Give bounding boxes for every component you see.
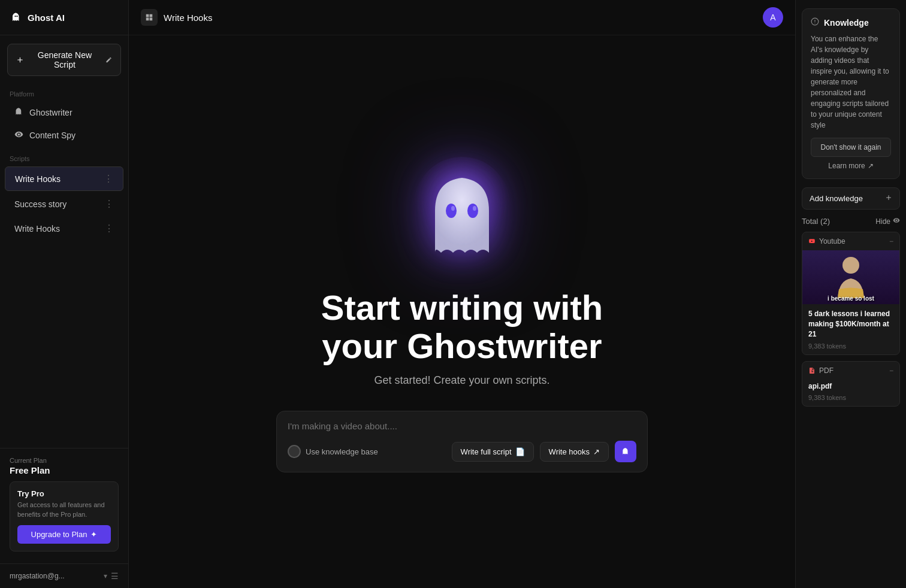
ghost-icon bbox=[10, 11, 23, 24]
hook-icon: ↗ bbox=[593, 447, 600, 456]
topbar-title: Write Hooks bbox=[164, 13, 212, 23]
layout-icon bbox=[141, 9, 158, 26]
plan-name: Free Plan bbox=[10, 465, 119, 475]
current-plan-label: Current Plan bbox=[10, 457, 119, 464]
upgrade-to-plan-button[interactable]: Upgrade to Plan ✦ bbox=[17, 525, 111, 544]
avatar-button[interactable]: A bbox=[763, 7, 783, 28]
generate-new-script-button[interactable]: Generate New Script bbox=[7, 44, 121, 76]
learn-more-button[interactable]: Learn more ↗ bbox=[811, 162, 891, 170]
sidebar: Ghost AI Generate New Script Platform Gh… bbox=[0, 0, 129, 588]
input-actions: Use knowledge base Write full script 📄 W… bbox=[288, 441, 636, 462]
script-options-icon[interactable]: ⋮ bbox=[102, 197, 116, 211]
knowledge-header-row: Total (2) Hide bbox=[802, 217, 900, 226]
sidebar-header: Ghost AI bbox=[0, 0, 128, 35]
avatar-initial: A bbox=[770, 13, 775, 22]
try-pro-box: Try Pro Get access to all features and b… bbox=[10, 481, 119, 551]
sparkle-icon: ✦ bbox=[90, 530, 97, 539]
svg-point-6 bbox=[842, 257, 859, 274]
plan-section: Current Plan Free Plan Try Pro Get acces… bbox=[0, 448, 128, 563]
hero-title: Start writing with your Ghostwriter bbox=[321, 289, 603, 365]
input-area: Use knowledge base Write full script 📄 W… bbox=[276, 411, 648, 472]
eye-icon bbox=[893, 217, 900, 226]
knowledge-toggle-switch[interactable] bbox=[288, 445, 301, 458]
hero-subtitle: Get started! Create your own scripts. bbox=[374, 374, 549, 387]
ghostwriter-label: Ghostwriter bbox=[29, 108, 73, 117]
knowledge-popup-title: Knowledge bbox=[824, 18, 869, 28]
topbar: Write Hooks A bbox=[129, 0, 795, 35]
pdf-item-header: PDF − bbox=[802, 362, 899, 380]
script-label: Success story bbox=[14, 199, 67, 209]
pdf-tokens: 9,383 tokens bbox=[802, 393, 899, 406]
right-panel: Knowledge You can enhance the AI's knowl… bbox=[795, 0, 906, 588]
pdf-label: PDF bbox=[819, 366, 833, 375]
script-label: Write Hooks bbox=[14, 224, 60, 234]
knowledge-popup-description: You can enhance the AI's knowledge by ad… bbox=[811, 34, 891, 131]
sidebar-bottom: Current Plan Free Plan Try Pro Get acces… bbox=[0, 448, 128, 588]
total-label: Total (2) bbox=[802, 217, 830, 226]
spy-nav-icon bbox=[14, 130, 23, 141]
write-full-script-button[interactable]: Write full script 📄 bbox=[452, 442, 534, 462]
add-knowledge-button[interactable]: Add knowledge bbox=[802, 187, 900, 210]
main-content: Write Hooks A bbox=[129, 0, 795, 588]
send-button[interactable] bbox=[615, 441, 636, 462]
user-row[interactable]: mrgastation@g... ▾ ☰ bbox=[0, 563, 128, 588]
app-name: Ghost AI bbox=[28, 13, 65, 23]
hide-button[interactable]: Hide bbox=[875, 217, 900, 226]
svg-point-1 bbox=[446, 204, 457, 218]
knowledge-toggle: Use knowledge base bbox=[288, 445, 378, 458]
youtube-label: Youtube bbox=[819, 237, 845, 245]
knowledge-toggle-label: Use knowledge base bbox=[306, 447, 378, 456]
script-item-write-hooks-2[interactable]: Write Hooks ⋮ bbox=[5, 217, 123, 240]
info-icon bbox=[811, 17, 819, 28]
user-actions: ▾ ☰ bbox=[104, 571, 119, 581]
knowledge-item-youtube: Youtube − i became so lost bbox=[802, 232, 900, 355]
pdf-icon bbox=[808, 367, 816, 374]
try-pro-title: Try Pro bbox=[17, 489, 111, 498]
user-email: mrgastation@g... bbox=[10, 572, 65, 580]
youtube-type: Youtube bbox=[808, 237, 845, 245]
script-item-write-hooks-active[interactable]: Write Hooks ⋮ bbox=[5, 166, 123, 191]
svg-point-3 bbox=[451, 206, 455, 211]
script-label: Write Hooks bbox=[15, 174, 61, 184]
svg-point-2 bbox=[467, 204, 478, 218]
menu-icon[interactable]: ☰ bbox=[111, 571, 119, 581]
knowledge-section: Add knowledge Total (2) Hide Youtube − bbox=[796, 187, 906, 413]
chevron-down-icon[interactable]: ▾ bbox=[104, 572, 107, 580]
pdf-type: PDF bbox=[808, 366, 833, 375]
try-pro-desc: Get access to all features and benefits … bbox=[17, 501, 111, 519]
dont-show-again-button[interactable]: Don't show it again bbox=[811, 138, 891, 157]
thumb-overlay-text: i became so lost bbox=[828, 295, 874, 302]
video-topic-input[interactable] bbox=[288, 421, 636, 431]
knowledge-item-pdf: PDF − api.pdf 9,383 tokens bbox=[802, 361, 900, 407]
add-icon bbox=[885, 194, 892, 203]
youtube-item-collapse[interactable]: − bbox=[889, 237, 893, 245]
knowledge-popup-header: Knowledge bbox=[811, 17, 891, 28]
script-item-success-story[interactable]: Success story ⋮ bbox=[5, 192, 123, 216]
document-icon: 📄 bbox=[515, 447, 525, 456]
youtube-thumbnail: i became so lost bbox=[802, 250, 899, 304]
script-options-icon[interactable]: ⋮ bbox=[102, 222, 116, 235]
write-hooks-button[interactable]: Write hooks ↗ bbox=[540, 442, 609, 462]
scripts-label: Scripts bbox=[0, 147, 128, 166]
knowledge-popup: Knowledge You can enhance the AI's knowl… bbox=[802, 8, 900, 179]
content-spy-label: Content Spy bbox=[29, 131, 76, 140]
thumb-person: i became so lost bbox=[802, 250, 899, 304]
topbar-right: A bbox=[763, 7, 783, 28]
ghost-hero-image bbox=[402, 151, 522, 271]
youtube-item-header: Youtube − bbox=[802, 232, 899, 250]
script-options-icon[interactable]: ⋮ bbox=[101, 172, 116, 186]
pdf-filename: api.pdf bbox=[802, 380, 899, 393]
ghost-nav-icon bbox=[14, 107, 23, 118]
ghost-send-icon bbox=[621, 447, 630, 456]
external-link-icon: ↗ bbox=[868, 162, 874, 170]
svg-point-4 bbox=[473, 206, 476, 211]
platform-label: Platform bbox=[0, 84, 128, 101]
sidebar-item-ghostwriter[interactable]: Ghostwriter bbox=[5, 102, 123, 123]
hero-section: Start writing with your Ghostwriter Get … bbox=[129, 35, 795, 588]
youtube-video-title: 5 dark lessons i learned making $100K/mo… bbox=[802, 304, 899, 341]
youtube-icon bbox=[808, 238, 816, 245]
pdf-item-collapse[interactable]: − bbox=[889, 366, 893, 375]
sidebar-item-content-spy[interactable]: Content Spy bbox=[5, 125, 123, 146]
youtube-tokens: 9,383 tokens bbox=[802, 341, 899, 354]
